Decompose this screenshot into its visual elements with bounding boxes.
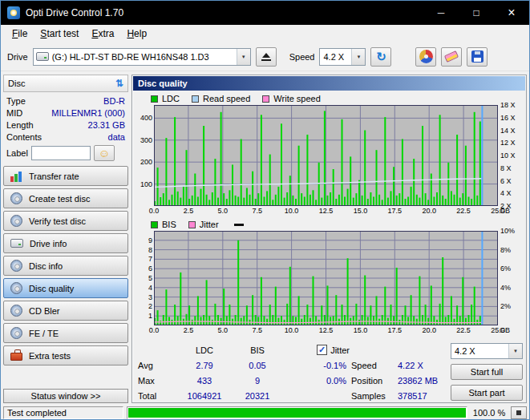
drive-select[interactable]: (G:) HL-DT-ST BD-RE WH16NS48 1.D3 ▼	[33, 48, 251, 66]
bis-chart: 987654321 10%8%6%4%2%	[133, 231, 525, 325]
chart2-bar	[214, 304, 216, 325]
jitter-label: Jitter	[330, 345, 350, 355]
sidebar-button-extra-tests[interactable]: Extra tests	[3, 345, 128, 365]
refresh-button[interactable]: ↻	[370, 47, 391, 67]
chart2-bar	[194, 316, 196, 325]
chart1-bar	[335, 199, 337, 206]
chart1-bar	[163, 193, 164, 206]
eject-button[interactable]	[256, 47, 277, 67]
chart1-bar	[456, 135, 458, 206]
chart1-bar	[342, 119, 343, 206]
x-axis-tick: 12.5	[319, 326, 334, 334]
app-icon	[7, 6, 20, 19]
menu-extra[interactable]: Extra	[85, 26, 120, 41]
dropdown-arrow-icon[interactable]: ▼	[351, 49, 365, 65]
menu-file[interactable]: File	[6, 26, 34, 41]
dropdown-arrow-icon[interactable]: ▼	[237, 49, 250, 65]
content: Disc ⇅ Type BD-R MID MILLENMR1 (000) Len…	[1, 71, 529, 405]
menubar: File Start test Extra Help	[1, 25, 529, 42]
sort-arrows-icon[interactable]: ⇅	[115, 78, 123, 89]
chart1-bar	[192, 196, 193, 206]
chart2-bar	[212, 320, 213, 325]
chart1-bar	[384, 117, 386, 206]
speed-select[interactable]: 4.2 X ▼	[319, 48, 366, 66]
chart1-bar	[304, 197, 305, 207]
chart2-bar	[413, 316, 415, 325]
sidebar-button-fe-te[interactable]: FE / TE	[3, 323, 128, 343]
info-row-contents: Contents data	[3, 131, 128, 143]
sidebar-button-drive-info[interactable]: Drive info	[3, 233, 128, 253]
chart2-legend: BIS Jitter	[133, 218, 525, 231]
toolbar: Drive (G:) HL-DT-ST BD-RE WH16NS48 1.D3 …	[1, 42, 529, 71]
chart2-bar	[396, 268, 398, 325]
chart2-bar	[382, 315, 383, 325]
chart1-bar	[235, 196, 237, 206]
y-axis-tick: 14 X	[500, 127, 516, 135]
quality-speed-select[interactable]: 4.2 X ▼	[451, 343, 523, 359]
y-axis-tick: 8 X	[500, 164, 512, 172]
read-speed-swatch	[192, 95, 199, 103]
chart1-bar	[264, 197, 265, 207]
info-value-contents[interactable]: data	[108, 132, 125, 142]
chart1-bar	[376, 150, 378, 206]
y-axis-tick: 7	[148, 255, 152, 263]
erase-button[interactable]	[441, 47, 462, 67]
chart1-bar	[172, 195, 173, 206]
status-mini-button[interactable]	[511, 406, 527, 419]
sidebar-button-label: Create test disc	[29, 194, 90, 204]
label-edit-button[interactable]: ☺	[94, 145, 115, 161]
chart2-bar	[223, 289, 225, 325]
maximize-button[interactable]: □	[459, 1, 494, 25]
sidebar-button-create-test-disc[interactable]: Create test disc	[3, 188, 128, 208]
chart1-bar	[431, 174, 432, 207]
progress-bar	[127, 406, 467, 419]
chart1-bar	[252, 172, 253, 206]
menu-start-test[interactable]: Start test	[34, 26, 85, 41]
bis-column-header: BIS	[234, 345, 281, 355]
minimize-button[interactable]: ─	[423, 1, 459, 25]
status-window-button[interactable]: Status window >>	[3, 389, 128, 403]
chart1-bar	[203, 126, 204, 206]
avg-jitter-value: -0.1%	[281, 361, 351, 370]
menu-help[interactable]: Help	[120, 26, 153, 41]
sidebar-button-cd-bler[interactable]: CD Bler	[3, 301, 128, 321]
jitter-toggle[interactable]: ✓ Jitter	[281, 345, 351, 355]
speed-info-label: Speed	[351, 361, 398, 370]
chart1-bar	[194, 174, 196, 207]
chart2-bar	[252, 295, 253, 325]
x-axis-tick: 0.0	[149, 207, 160, 215]
chart1-bar	[237, 197, 239, 207]
start-full-button[interactable]: Start full	[451, 364, 523, 380]
start-part-button[interactable]: Start part	[451, 385, 523, 401]
sidebar-button-verify-test-disc[interactable]: Verify test disc	[3, 211, 128, 231]
sidebar-button-disc-quality[interactable]: Disc quality	[3, 278, 128, 298]
sidebar-button-disc-info[interactable]: Disc info	[3, 256, 128, 276]
max-jitter-value: 0.0%	[281, 376, 351, 386]
save-button[interactable]	[467, 47, 488, 67]
chart1-bar	[229, 190, 230, 206]
jitter-checkbox[interactable]: ✓	[317, 345, 327, 355]
y-axis-tick: 200	[140, 158, 152, 166]
chart1-bar	[433, 197, 435, 207]
info-label: MID	[6, 108, 22, 118]
chart1-bar	[330, 192, 331, 206]
chart2-bar	[324, 315, 326, 325]
disc-tools-button[interactable]	[415, 47, 436, 67]
chart1-bar	[281, 123, 282, 206]
chart2-bar	[411, 295, 412, 325]
sidebar-button-transfer-rate[interactable]: Transfer rate	[3, 166, 128, 186]
dropdown-arrow-icon[interactable]: ▼	[508, 344, 522, 358]
chart1-bar	[306, 135, 308, 206]
legend-label: BIS	[162, 220, 176, 229]
position-info-label: Position	[351, 376, 398, 386]
disc-label-input[interactable]	[31, 146, 91, 160]
y-axis-tick: 4%	[500, 284, 511, 292]
chart1-bar	[292, 196, 293, 206]
disc-quality-panel: Disc quality LDC Read speed Write speed …	[131, 75, 527, 403]
position-info-value: 23862 MB	[398, 376, 451, 386]
close-button[interactable]: ×	[494, 1, 529, 25]
chart2-bar	[353, 316, 354, 325]
chart2-bar	[172, 320, 173, 325]
info-row-type: Type BD-R	[3, 95, 128, 107]
max-ldc-value: 433	[175, 376, 234, 386]
